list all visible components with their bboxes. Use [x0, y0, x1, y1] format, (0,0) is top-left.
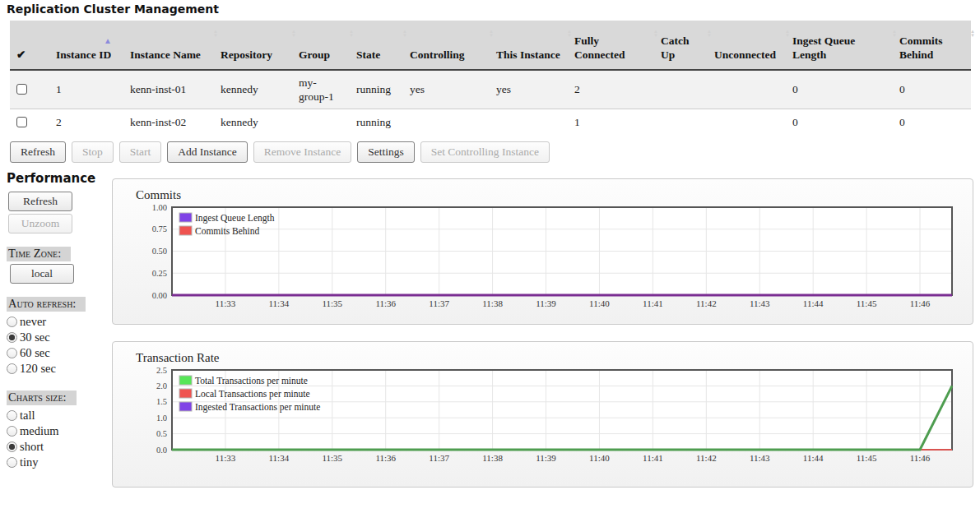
column-header-catch-up[interactable]: Catch Up▲▼: [654, 21, 708, 70]
svg-text:11:45: 11:45: [857, 453, 877, 463]
auto-refresh-option-label[interactable]: never: [20, 315, 46, 328]
commits-chart-plot[interactable]: 11:3311:3411:3511:3611:3711:3811:3911:40…: [113, 204, 968, 314]
auto-refresh-radio-60-sec[interactable]: [7, 348, 17, 358]
svg-text:0.25: 0.25: [152, 269, 167, 278]
svg-text:11:33: 11:33: [216, 298, 236, 308]
auto-refresh-radio-never[interactable]: [7, 317, 17, 327]
column-header-repository[interactable]: Repository▲▼: [214, 21, 292, 70]
legend-swatch: [179, 402, 192, 411]
auto-refresh-radio-120-sec[interactable]: [7, 363, 17, 374]
charts-size-option-label[interactable]: tiny: [20, 455, 39, 469]
svg-text:11:33: 11:33: [216, 453, 236, 463]
svg-text:11:35: 11:35: [322, 298, 342, 308]
performance-refresh-button[interactable]: Refresh: [8, 192, 72, 211]
time-zone-label: Time Zone:: [7, 247, 71, 261]
performance-section: Performance Refresh Unzoom Time Zone: lo…: [0, 171, 980, 504]
charts-size-radio-short[interactable]: [7, 441, 17, 452]
row-select-checkbox[interactable]: [16, 84, 27, 95]
column-header-instance-name[interactable]: Instance Name▲▼: [123, 21, 214, 70]
charts-size-radio-tall[interactable]: [7, 410, 17, 421]
column-header-commits-behind[interactable]: Commits Behind▲▼: [893, 21, 971, 70]
auto-refresh-option-never: never: [7, 314, 112, 330]
svg-text:1.0: 1.0: [156, 414, 167, 423]
svg-text:11:37: 11:37: [429, 298, 449, 308]
transaction-rate-chart-plot[interactable]: 11:3311:3411:3511:3611:3711:3811:3911:40…: [113, 367, 968, 469]
svg-text:11:44: 11:44: [803, 453, 824, 463]
cell-group: [292, 109, 350, 136]
column-header-instance-id[interactable]: Instance ID▲: [49, 21, 123, 70]
svg-text:1.00: 1.00: [152, 204, 167, 212]
charts-size-option-label[interactable]: short: [20, 440, 44, 453]
svg-text:11:39: 11:39: [536, 453, 556, 463]
cell-this-instance: [490, 109, 568, 136]
add-instance-button[interactable]: Add Instance: [167, 141, 248, 163]
svg-text:11:38: 11:38: [482, 453, 503, 463]
svg-text:11:35: 11:35: [322, 453, 342, 463]
svg-text:11:41: 11:41: [643, 298, 663, 308]
charts-size-option-short: short: [7, 439, 112, 455]
column-header-state[interactable]: State▲▼: [350, 21, 403, 70]
column-header-group[interactable]: Group▲▼: [292, 21, 350, 70]
column-header-label: Instance Name: [130, 49, 201, 61]
svg-text:11:44: 11:44: [803, 298, 824, 308]
svg-text:0.0: 0.0: [156, 446, 167, 455]
auto-refresh-option-label[interactable]: 30 sec: [20, 330, 50, 344]
select-all-checkmark-icon[interactable]: ✔: [10, 21, 49, 70]
svg-text:11:42: 11:42: [696, 298, 717, 308]
column-header-label: Instance ID: [56, 49, 111, 61]
charts-size-radio-tiny[interactable]: [7, 457, 17, 468]
svg-text:11:37: 11:37: [429, 453, 449, 463]
svg-text:11:39: 11:39: [536, 298, 556, 308]
cell-commits-behind: 0: [893, 109, 971, 136]
table-row: 2kenn-inst-02kennedyrunning100: [10, 109, 971, 136]
page-title: Replication Cluster Management: [0, 0, 980, 21]
column-header-label: State: [356, 49, 380, 61]
cell-state: running: [350, 70, 403, 109]
time-zone-group: Time Zone: local: [7, 246, 112, 284]
auto-refresh-radio-30-sec[interactable]: [7, 332, 17, 343]
legend-label: Total Transactions per minute: [195, 376, 308, 386]
svg-text:1.5: 1.5: [156, 397, 167, 406]
svg-text:11:36: 11:36: [375, 298, 396, 308]
cell-unconnected: [708, 109, 786, 136]
charts-size-option-label[interactable]: medium: [20, 424, 59, 437]
column-header-label: Commits Behind: [899, 35, 943, 61]
charts-size-radio-medium[interactable]: [7, 426, 17, 437]
column-header-unconnected[interactable]: Unconnected▲▼: [708, 21, 786, 70]
time-zone-button[interactable]: local: [10, 264, 74, 284]
column-header-label: This Instance: [496, 49, 560, 61]
column-header-this-instance[interactable]: This Instance▲▼: [490, 21, 568, 70]
svg-text:0.75: 0.75: [152, 224, 167, 233]
column-header-controlling[interactable]: Controlling▲▼: [403, 21, 490, 70]
transaction-rate-chart-title: Transaction Rate: [136, 351, 973, 365]
column-header-ingest-queue-length[interactable]: Ingest Queue Length▲▼: [786, 21, 893, 70]
sortable-icon: ▲▼: [970, 30, 975, 38]
performance-title: Performance: [7, 171, 112, 186]
legend-label: Commits Behind: [195, 226, 260, 236]
cell-controlling: [403, 109, 490, 136]
column-header-label: Group: [299, 49, 330, 61]
auto-refresh-option-label[interactable]: 120 sec: [20, 362, 56, 375]
charts-column: Commits11:3311:3411:3511:3611:3711:3811:…: [112, 171, 980, 504]
cluster-table-header: ✔Instance ID▲Instance Name▲▼Repository▲▼…: [10, 21, 971, 70]
column-header-fully-connected[interactable]: Fully Connected▲▼: [568, 21, 654, 70]
legend-label: Ingest Queue Length: [195, 213, 275, 224]
remove-instance-button: Remove Instance: [253, 141, 351, 163]
svg-text:11:43: 11:43: [750, 298, 770, 308]
legend-swatch: [179, 376, 192, 385]
svg-text:0.5: 0.5: [156, 429, 167, 438]
charts-size-option-tiny: tiny: [7, 455, 112, 470]
svg-text:2.5: 2.5: [156, 367, 167, 375]
refresh-button[interactable]: Refresh: [10, 141, 66, 163]
performance-sidebar: Performance Refresh Unzoom Time Zone: lo…: [0, 171, 112, 504]
column-header-label: Ingest Queue Length: [792, 35, 855, 61]
settings-button[interactable]: Settings: [357, 141, 415, 163]
svg-text:0.50: 0.50: [152, 247, 167, 256]
cell-repository: kennedy: [214, 109, 292, 136]
auto-refresh-option-label[interactable]: 60 sec: [20, 346, 50, 359]
charts-size-option-label[interactable]: tall: [20, 409, 35, 422]
performance-unzoom-button: Unzoom: [8, 214, 72, 233]
cell-instance-name: kenn-inst-01: [123, 70, 214, 109]
row-select-checkbox[interactable]: [16, 117, 27, 127]
cell-state: running: [350, 109, 403, 136]
